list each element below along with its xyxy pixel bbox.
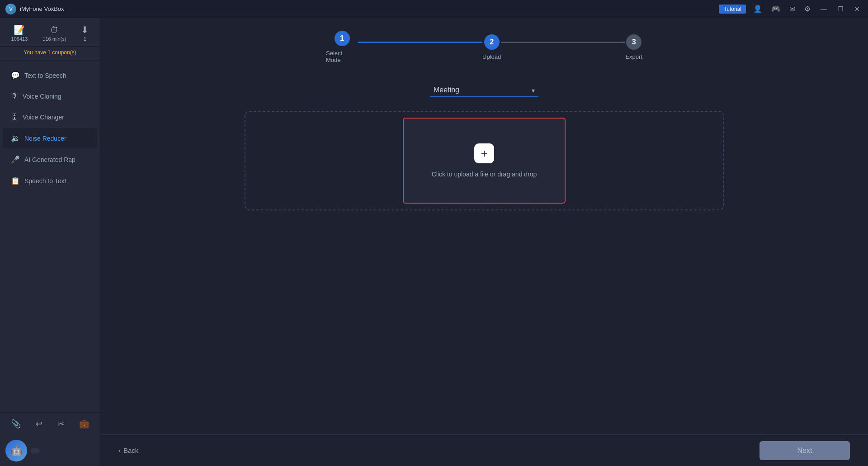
sidebar-nav: 💬 Text to Speech 🎙 Voice Cloning 🎛 Voice…: [0, 61, 100, 412]
loop-icon[interactable]: ↩: [36, 419, 42, 429]
discord-icon[interactable]: 🎮: [769, 4, 782, 14]
mode-select-row: Meeting Interview Podcast Other ▾: [430, 83, 538, 97]
mode-select[interactable]: Meeting Interview Podcast Other: [430, 83, 538, 97]
stat-chars: 📝 106413: [11, 24, 28, 42]
upload-plus-button[interactable]: +: [474, 143, 494, 163]
upload-hint: Click to upload a file or drag and drop: [432, 171, 537, 178]
step-select-mode: 1 Select Mode: [326, 31, 358, 63]
sidebar: 📝 106413 ⏱ 116 min(s) ⬇ 1 You have 1 cou…: [0, 18, 100, 466]
tutorial-button[interactable]: Tutorial: [719, 5, 746, 14]
step-1-circle: 1: [335, 31, 350, 46]
speech-to-text-label: Speech to Text: [24, 177, 66, 185]
speech-to-text-icon: 📋: [11, 176, 20, 185]
settings-icon[interactable]: ⚙: [802, 4, 812, 14]
minutes-icon: ⏱: [50, 25, 59, 35]
text-to-speech-icon: 💬: [11, 71, 20, 80]
text-to-speech-label: Text to Speech: [24, 72, 66, 79]
upload-section: Meeting Interview Podcast Other ▾ + Clic…: [100, 74, 868, 434]
ai-rap-label: AI Generated Rap: [24, 156, 75, 163]
sidebar-bot-section: 🤖: [0, 435, 100, 466]
sidebar-item-ai-generated-rap[interactable]: 🎤 AI Generated Rap: [3, 149, 97, 170]
maximize-button[interactable]: ❐: [835, 5, 846, 14]
stat-minutes: ⏱ 116 min(s): [42, 25, 66, 42]
app-body: 📝 106413 ⏱ 116 min(s) ⬇ 1 You have 1 cou…: [0, 18, 868, 466]
ai-rap-icon: 🎤: [11, 155, 20, 164]
back-arrow-icon: ‹: [118, 447, 121, 454]
sidebar-item-voice-cloning[interactable]: 🎙 Voice Cloning: [3, 86, 97, 106]
sidebar-item-speech-to-text[interactable]: 📋 Speech to Text: [3, 171, 97, 191]
step-line-2: [501, 42, 625, 43]
minutes-value: 116 min(s): [42, 36, 66, 42]
bot-avatar: 🤖: [5, 440, 27, 461]
step-upload: 2 Upload: [482, 34, 501, 60]
sidebar-stats: 📝 106413 ⏱ 116 min(s) ⬇ 1: [0, 18, 100, 47]
step-export: 3 Export: [625, 34, 642, 60]
next-button[interactable]: Next: [760, 441, 850, 460]
sidebar-item-text-to-speech[interactable]: 💬 Text to Speech: [3, 65, 97, 86]
noise-reducer-label: Noise Reducer: [24, 135, 66, 142]
step-3-circle: 3: [626, 34, 642, 50]
noise-reducer-icon: 🔉: [11, 134, 20, 143]
downloads-icon: ⬇: [81, 24, 89, 35]
titlebar-controls: Tutorial 👤 🎮 ✉ ⚙ — ❐ ✕: [719, 4, 863, 14]
voice-changer-icon: 🎛: [11, 113, 18, 121]
main-content: 1 Select Mode 2 Upload 3 Export: [100, 18, 868, 466]
chars-value: 106413: [11, 36, 28, 42]
step-2-circle: 2: [484, 34, 500, 50]
stepper-area: 1 Select Mode 2 Upload 3 Export: [100, 18, 868, 74]
chars-icon: 📝: [14, 24, 25, 35]
back-button[interactable]: ‹ Back: [118, 447, 138, 454]
step-line-1: [358, 42, 482, 43]
coupon-bar: You have 1 coupon(s): [0, 47, 100, 61]
titlebar: V iMyFone VoxBox Tutorial 👤 🎮 ✉ ⚙ — ❐ ✕: [0, 0, 868, 18]
sidebar-item-noise-reducer[interactable]: 🔉 Noise Reducer: [3, 128, 97, 148]
account-icon[interactable]: 👤: [751, 4, 764, 14]
upload-dropzone[interactable]: + Click to upload a file or drag and dro…: [245, 111, 724, 210]
app-title: iMyFone VoxBox: [20, 5, 719, 12]
downloads-value: 1: [84, 36, 86, 42]
voice-cloning-label: Voice Cloning: [23, 93, 61, 100]
bottom-bar: ‹ Back Next: [100, 434, 868, 466]
attachment-icon[interactable]: 📎: [11, 419, 21, 429]
back-label: Back: [123, 447, 138, 454]
close-button[interactable]: ✕: [852, 5, 863, 14]
step-1-label: Select Mode: [326, 50, 358, 63]
sidebar-item-voice-changer[interactable]: 🎛 Voice Changer: [3, 107, 97, 127]
mail-icon[interactable]: ✉: [788, 4, 797, 14]
sidebar-bottom: 📎 ↩ ✂ 💼: [0, 412, 100, 435]
voice-cloning-icon: 🎙: [11, 92, 18, 100]
step-2-label: Upload: [482, 53, 501, 60]
upload-inner[interactable]: + Click to upload a file or drag and dro…: [403, 118, 566, 204]
scissors-icon[interactable]: ✂: [57, 419, 64, 429]
briefcase-icon[interactable]: 💼: [79, 419, 89, 429]
minimize-button[interactable]: —: [818, 5, 830, 14]
bot-bubble: [31, 448, 40, 453]
step-3-label: Export: [625, 53, 642, 60]
mode-select-wrapper[interactable]: Meeting Interview Podcast Other ▾: [430, 83, 538, 97]
stepper: 1 Select Mode 2 Upload 3 Export: [326, 31, 642, 63]
stat-downloads: ⬇ 1: [81, 24, 89, 42]
app-logo: V: [5, 4, 16, 14]
voice-changer-label: Voice Changer: [23, 114, 64, 121]
